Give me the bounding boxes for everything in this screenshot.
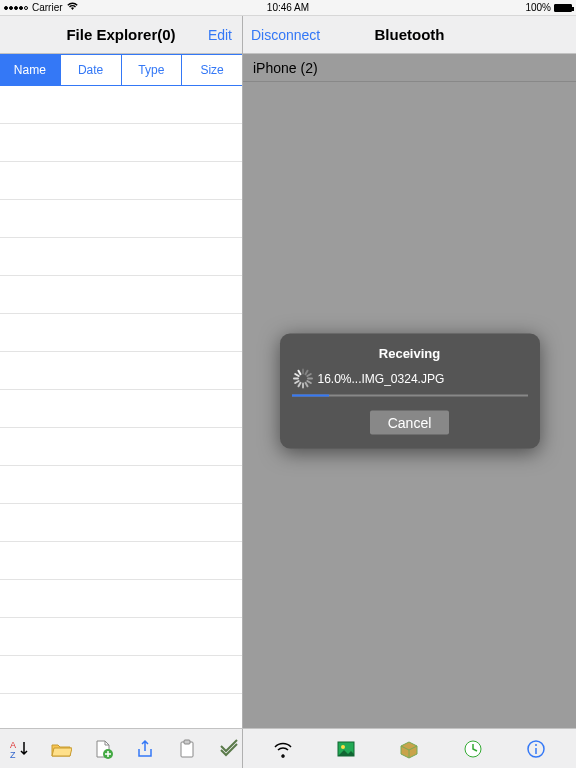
table-row[interactable] (0, 276, 242, 314)
new-file-icon[interactable] (92, 738, 114, 760)
table-row[interactable] (0, 656, 242, 694)
right-pane: Disconnect Bluetooth iPhone (2) Receivin… (243, 16, 576, 728)
left-pane: File Explorer(0) Edit NameDateTypeSize (0, 16, 243, 728)
modal-title: Receiving (292, 346, 528, 361)
table-row[interactable] (0, 618, 242, 656)
table-row[interactable] (0, 466, 242, 504)
right-toolbar (243, 729, 576, 768)
battery-percent: 100% (525, 2, 551, 13)
table-row[interactable] (0, 390, 242, 428)
edit-button[interactable]: Edit (208, 27, 232, 43)
table-row[interactable] (0, 200, 242, 238)
progress-text: 16.0%...IMG_0324.JPG (318, 372, 445, 386)
file-list[interactable] (0, 86, 242, 728)
svg-text:A: A (10, 740, 16, 750)
left-nav: File Explorer(0) Edit (0, 16, 242, 54)
table-row[interactable] (0, 352, 242, 390)
spinner-icon (292, 369, 312, 389)
sort-az-icon[interactable]: AZ (8, 738, 30, 760)
signal-icon (4, 6, 28, 10)
right-nav: Disconnect Bluetooth (243, 16, 576, 54)
status-time: 10:46 AM (267, 2, 309, 13)
tab-size[interactable]: Size (182, 54, 242, 86)
tab-name[interactable]: Name (0, 54, 61, 86)
clock-icon[interactable] (462, 738, 484, 760)
carrier-label: Carrier (32, 2, 63, 13)
table-row[interactable] (0, 504, 242, 542)
page-title: File Explorer(0) (66, 26, 175, 43)
table-row[interactable] (0, 428, 242, 466)
page-title: Bluetooth (375, 26, 445, 43)
progress-bar (292, 395, 528, 397)
clipboard-icon[interactable] (176, 738, 198, 760)
open-folder-icon[interactable] (50, 738, 72, 760)
left-toolbar: AZ (0, 729, 243, 768)
transfer-modal: Receiving 16.0%...IMG_0324.JPG Cancel (280, 334, 540, 449)
sort-tabs: NameDateTypeSize (0, 54, 242, 86)
table-row[interactable] (0, 86, 242, 124)
photo-icon[interactable] (335, 738, 357, 760)
table-row[interactable] (0, 124, 242, 162)
tab-date[interactable]: Date (61, 54, 122, 86)
table-row[interactable] (0, 542, 242, 580)
svg-rect-4 (184, 740, 190, 744)
wifi-icon (67, 2, 78, 13)
info-icon[interactable] (525, 738, 547, 760)
svg-point-6 (341, 745, 345, 749)
device-header[interactable]: iPhone (2) (243, 54, 576, 82)
cancel-button[interactable]: Cancel (370, 411, 450, 435)
table-row[interactable] (0, 580, 242, 618)
battery-icon (554, 4, 572, 12)
checkmark-icon[interactable] (218, 738, 240, 760)
tab-type[interactable]: Type (122, 54, 183, 86)
table-row[interactable] (0, 314, 242, 352)
svg-point-9 (535, 744, 537, 746)
svg-text:Z: Z (10, 750, 16, 760)
box-icon[interactable] (398, 738, 420, 760)
wifi-toolbar-icon[interactable] (272, 738, 294, 760)
table-row[interactable] (0, 694, 242, 728)
disconnect-button[interactable]: Disconnect (251, 27, 320, 43)
status-bar: Carrier 10:46 AM 100% (0, 0, 576, 16)
table-row[interactable] (0, 162, 242, 200)
share-icon[interactable] (134, 738, 156, 760)
table-row[interactable] (0, 238, 242, 276)
